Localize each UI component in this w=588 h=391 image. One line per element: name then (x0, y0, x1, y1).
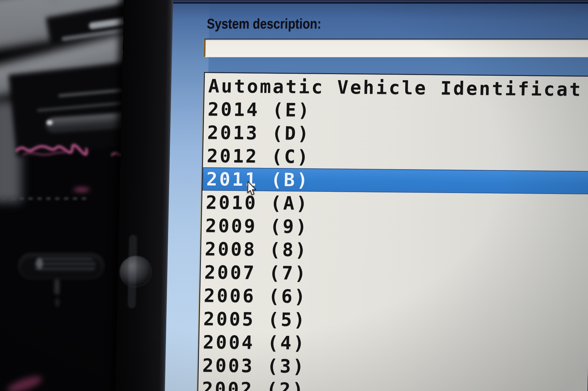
list-item[interactable]: 2004 (4) (199, 330, 588, 357)
list-item[interactable]: 2008 (8) (201, 237, 588, 264)
system-description-input[interactable] (204, 39, 588, 57)
list-item[interactable]: 2013 (D) (203, 121, 588, 148)
list-item[interactable]: 2003 (3) (198, 354, 588, 381)
suction-cup-dot (119, 256, 151, 287)
monitor-bezel (115, 0, 174, 391)
list-item[interactable]: 2007 (7) (201, 260, 588, 287)
system-description-label: System description: (207, 15, 322, 32)
list-item[interactable]: 2010 (A) (202, 191, 588, 218)
list-item[interactable]: 2009 (9) (202, 214, 588, 241)
list-item-selected[interactable]: 2011 (B) (202, 167, 588, 194)
monitor-screen: System description: Automatic Vehicle Id… (165, 0, 588, 391)
list-item[interactable]: 2006 (6) (200, 284, 588, 311)
list-item[interactable]: 2012 (C) (203, 144, 588, 171)
vehicle-year-listbox[interactable]: Automatic Vehicle Identificat 2014 (E) 2… (197, 72, 588, 391)
mouse-cursor-icon (247, 181, 258, 196)
photo-of-diagnostic-monitor: System description: Automatic Vehicle Id… (0, 0, 588, 391)
monitor: System description: Automatic Vehicle Id… (0, 0, 588, 391)
list-item-title[interactable]: Automatic Vehicle Identificat (204, 74, 588, 101)
list-item[interactable]: 2005 (5) (199, 307, 588, 334)
list-item[interactable]: 2014 (E) (204, 97, 588, 124)
screen-top-edge-dark (173, 2, 588, 4)
